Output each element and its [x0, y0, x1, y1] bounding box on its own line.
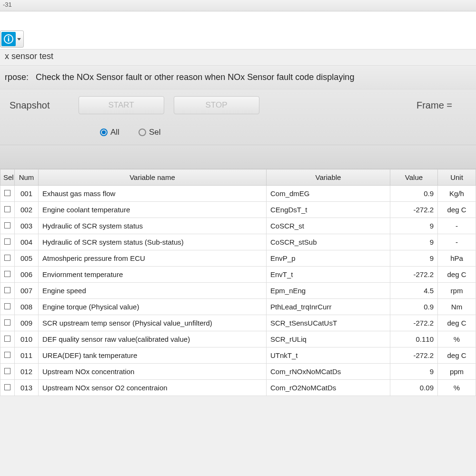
cell-num: 011: [15, 347, 39, 364]
cell-unit: -: [438, 234, 476, 250]
cell-num: 001: [15, 186, 39, 202]
cell-var: SCR_rULiq: [267, 331, 390, 347]
row-checkbox[interactable]: [4, 238, 10, 245]
header-num[interactable]: Num: [15, 169, 39, 186]
cell-name: Engine coolant temperature: [39, 202, 267, 218]
cell-num: 003: [15, 218, 39, 234]
table-row[interactable]: 008Engine torque (Physical value)PthLead…: [0, 299, 476, 315]
cell-name: Upstream NOx concentration: [39, 364, 267, 380]
cell-unit: deg C: [438, 315, 476, 331]
cell-name: Engine torque (Physical value): [39, 299, 267, 315]
header-unit[interactable]: Unit: [438, 169, 476, 186]
table-row[interactable]: 013Upstream NOx sensor O2 concentraionCo…: [0, 380, 476, 396]
cell-unit: %: [438, 380, 476, 396]
cell-val: 4.5: [390, 283, 438, 299]
cell-name: DEF quality sensor raw value(calibrated …: [39, 331, 267, 347]
cell-val: 9: [390, 364, 438, 380]
cell-unit: rpm: [438, 283, 476, 299]
cell-val: 0.09: [390, 380, 438, 396]
window-titlebar: -31: [0, 0, 476, 11]
table-header-row: Sel Num Variable name Variable Value Uni…: [0, 169, 476, 186]
row-checkbox[interactable]: [4, 206, 10, 212]
control-row: Snapshot START STOP Frame = All Sel: [0, 89, 476, 145]
radio-icon: [139, 129, 146, 136]
header-var[interactable]: Variable: [267, 169, 390, 186]
row-checkbox[interactable]: [4, 384, 10, 390]
cell-val: 0.9: [390, 186, 438, 202]
row-checkbox[interactable]: [4, 190, 10, 196]
cell-num: 005: [15, 250, 39, 267]
cell-unit: Kg/h: [438, 186, 476, 202]
cell-val: 0.110: [390, 331, 438, 347]
row-checkbox[interactable]: [4, 336, 10, 342]
cell-unit: deg C: [438, 202, 476, 218]
radio-all[interactable]: All: [100, 128, 119, 137]
spacer: [0, 145, 476, 169]
cell-name: SCR upstream temp sensor (Physical value…: [39, 315, 267, 331]
cell-val: 9: [390, 218, 438, 234]
radio-icon: [100, 129, 108, 136]
frame-label: Frame =: [416, 100, 466, 111]
table-row[interactable]: 006Enviornment temperatureEnvT_t-272.2de…: [0, 267, 476, 283]
cell-num: 008: [15, 299, 39, 315]
purpose-text: Check the NOx Sensor fault or other reas…: [36, 72, 354, 82]
header-name[interactable]: Variable name: [39, 169, 267, 186]
chevron-down-icon: [17, 38, 21, 40]
table-row[interactable]: 004Hydraulic of SCR system status (Sub-s…: [0, 234, 476, 250]
cell-unit: %: [438, 331, 476, 347]
cell-num: 009: [15, 315, 39, 331]
svg-rect-2: [8, 38, 10, 41]
row-checkbox[interactable]: [4, 255, 10, 261]
cell-unit: hPa: [438, 250, 476, 267]
start-button[interactable]: START: [79, 96, 164, 114]
cell-unit: -: [438, 218, 476, 234]
snapshot-label: Snapshot: [10, 100, 50, 111]
cell-var: EnvT_t: [267, 267, 390, 283]
cell-num: 010: [15, 331, 39, 347]
table-row[interactable]: 005Atmoshperic pressure from ECUEnvP_p9h…: [0, 250, 476, 267]
cell-num: 002: [15, 202, 39, 218]
table-row[interactable]: 010DEF quality sensor raw value(calibrat…: [0, 331, 476, 347]
variable-table: Sel Num Variable name Variable Value Uni…: [0, 169, 476, 396]
purpose-prefix: rpose:: [5, 72, 29, 82]
header-val[interactable]: Value: [390, 169, 438, 186]
row-checkbox[interactable]: [4, 271, 10, 277]
cell-name: Enviornment temperature: [39, 267, 267, 283]
cell-unit: Nm: [438, 299, 476, 315]
cell-var: Epm_nEng: [267, 283, 390, 299]
table-row[interactable]: 002Engine coolant temperatureCEngDsT_t-2…: [0, 202, 476, 218]
cell-unit: deg C: [438, 347, 476, 364]
info-dropdown-button[interactable]: [0, 30, 24, 48]
row-checkbox[interactable]: [4, 352, 10, 358]
row-checkbox[interactable]: [4, 222, 10, 228]
table-row[interactable]: 011UREA(DEF) tank temperatureUTnkT_t-272…: [0, 347, 476, 364]
radio-sel[interactable]: Sel: [139, 128, 161, 137]
cell-name: Hydraulic of SCR system status: [39, 218, 267, 234]
table-row[interactable]: 001Exhaust gas mass flowCom_dmEG0.9Kg/h: [0, 186, 476, 202]
window-title: -31: [3, 1, 12, 8]
cell-val: -272.2: [390, 347, 438, 364]
table-row[interactable]: 003Hydraulic of SCR system statusCoSCR_s…: [0, 218, 476, 234]
stop-button[interactable]: STOP: [174, 96, 259, 114]
cell-var: UTnkT_t: [267, 347, 390, 364]
header-sel[interactable]: Sel: [0, 169, 15, 186]
row-checkbox[interactable]: [4, 368, 10, 374]
cell-name: Atmoshperic pressure from ECU: [39, 250, 267, 267]
cell-var: Com_rNOxNoMCatDs: [267, 364, 390, 380]
cell-var: CoSCR_stSub: [267, 234, 390, 250]
cell-var: SCR_tSensUCatUsT: [267, 315, 390, 331]
row-checkbox[interactable]: [4, 319, 10, 326]
cell-val: -272.2: [390, 267, 438, 283]
cell-num: 006: [15, 267, 39, 283]
cell-unit: deg C: [438, 267, 476, 283]
row-checkbox[interactable]: [4, 303, 10, 309]
cell-name: Hydraulic of SCR system status (Sub-stat…: [39, 234, 267, 250]
cell-val: 9: [390, 250, 438, 267]
table-row[interactable]: 012Upstream NOx concentrationCom_rNOxNoM…: [0, 364, 476, 380]
table-row[interactable]: 007Engine speedEpm_nEng4.5rpm: [0, 283, 476, 299]
table-row[interactable]: 009SCR upstream temp sensor (Physical va…: [0, 315, 476, 331]
cell-val: -272.2: [390, 315, 438, 331]
svg-point-1: [8, 36, 10, 38]
row-checkbox[interactable]: [4, 287, 10, 293]
cell-var: CEngDsT_t: [267, 202, 390, 218]
